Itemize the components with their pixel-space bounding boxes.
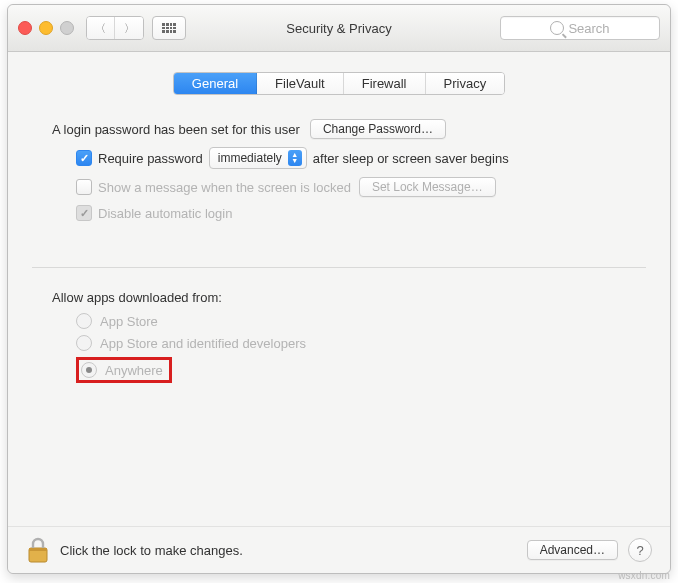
show-message-row: Show a message when the screen is locked… [52,177,646,197]
lock-icon[interactable] [26,536,50,564]
allow-option-anywhere: Anywhere [52,357,646,383]
allow-apps-radiogroup: App Store App Store and identified devel… [52,313,646,383]
tab-firewall[interactable]: Firewall [344,73,426,94]
back-button[interactable]: 〈 [87,17,115,39]
svg-rect-1 [29,548,47,551]
radio-identified [76,335,92,351]
minimize-window-button[interactable] [39,21,53,35]
radio-appstore [76,313,92,329]
help-icon: ? [636,543,643,558]
lock-text: Click the lock to make changes. [60,543,243,558]
show-message-label: Show a message when the screen is locked [98,180,351,195]
window-controls [18,21,74,35]
tab-filevault[interactable]: FileVault [257,73,344,94]
watermark: wsxdn.com [618,570,670,581]
content-area: General FileVault Firewall Privacy A log… [8,52,670,573]
stepper-icon: ▲▼ [288,150,302,166]
search-field[interactable]: Search [500,16,660,40]
show-message-checkbox [76,179,92,195]
anywhere-highlight: Anywhere [76,357,172,383]
radio-anywhere [81,362,97,378]
allow-apps-label-row: Allow apps downloaded from: [52,290,646,305]
require-password-suffix: after sleep or screen saver begins [313,151,509,166]
require-delay-value: immediately [218,151,282,165]
disable-auto-login-row: Disable automatic login [52,205,646,221]
toolbar: 〈 〉 Security & Privacy Search [8,5,670,52]
help-button[interactable]: ? [628,538,652,562]
section-divider [32,267,646,268]
tab-bar: General FileVault Firewall Privacy [32,72,646,95]
disable-auto-login-checkbox [76,205,92,221]
preferences-window: 〈 〉 Security & Privacy Search General Fi… [7,4,671,574]
require-password-checkbox[interactable] [76,150,92,166]
require-delay-select[interactable]: immediately ▲▼ [209,147,307,169]
search-placeholder: Search [568,21,609,36]
nav-segment: 〈 〉 [86,16,144,40]
tabs: General FileVault Firewall Privacy [173,72,505,95]
close-window-button[interactable] [18,21,32,35]
allow-option-identified: App Store and identified developers [52,335,646,351]
forward-button: 〉 [115,17,143,39]
grid-icon [162,23,176,33]
allow-apps-section: Allow apps downloaded from: App Store Ap… [32,290,646,409]
password-set-row: A login password has been set for this u… [52,119,646,139]
advanced-button[interactable]: Advanced… [527,540,618,560]
allow-option-appstore-label: App Store [100,314,158,329]
allow-option-appstore: App Store [52,313,646,329]
disable-auto-login-label: Disable automatic login [98,206,232,221]
require-password-prefix: Require password [98,151,203,166]
change-password-button[interactable]: Change Password… [310,119,446,139]
footer: Click the lock to make changes. Advanced… [8,526,670,573]
search-icon [550,21,564,35]
allow-apps-label: Allow apps downloaded from: [52,290,222,305]
allow-option-identified-label: App Store and identified developers [100,336,306,351]
show-all-button[interactable] [152,16,186,40]
tab-general[interactable]: General [174,73,257,94]
allow-option-anywhere-label: Anywhere [105,363,163,378]
password-set-label: A login password has been set for this u… [52,122,300,137]
zoom-window-button [60,21,74,35]
require-password-row: Require password immediately ▲▼ after sl… [52,147,646,169]
set-lock-message-button: Set Lock Message… [359,177,496,197]
tab-privacy[interactable]: Privacy [426,73,505,94]
login-password-section: A login password has been set for this u… [32,95,646,249]
